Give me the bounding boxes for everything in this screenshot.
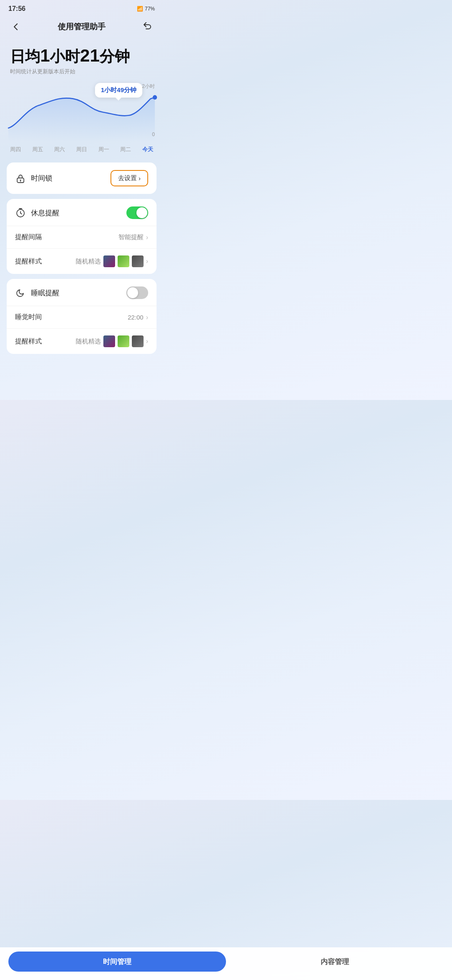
reminder-interval-row[interactable]: 提醒间隔 智能提醒 ›: [7, 226, 157, 249]
sleep-time-chevron: ›: [146, 314, 148, 321]
reminder-style-value: 随机精选 ›: [76, 255, 148, 267]
time-lock-label: 时间锁: [31, 173, 52, 183]
chart-tooltip: 1小时49分钟: [95, 83, 142, 98]
reminder-thumb-3: [132, 255, 144, 267]
time-lock-left: 时间锁: [15, 173, 52, 184]
reminder-interval-value: 智能提醒 ›: [118, 233, 148, 241]
page-title: 使用管理助手: [58, 21, 105, 32]
chart-day-sun: 周日: [76, 146, 87, 153]
sleep-style-text: 随机精选: [76, 338, 101, 346]
sleep-thumb-2: [118, 335, 129, 347]
time-lock-chevron: ›: [139, 175, 141, 182]
rest-reminder-toggle[interactable]: [126, 206, 148, 219]
chart-day-thu: 周四: [10, 146, 21, 153]
chart-day-today: 今天: [142, 146, 153, 153]
chart-day-mon: 周一: [98, 146, 109, 153]
time-lock-card: 时间锁 去设置 ›: [7, 162, 157, 194]
daily-average-section: 日均1小时21分钟 时间统计从更新版本后开始: [0, 41, 163, 79]
status-icons: 📶 77%: [137, 6, 155, 12]
chart-day-sat: 周六: [54, 146, 65, 153]
rest-reminder-left: 休息提醒: [15, 207, 59, 218]
reminder-style-text: 随机精选: [76, 258, 101, 266]
reminder-interval-chevron: ›: [146, 234, 148, 241]
sleep-thumb-1: [103, 335, 115, 347]
reminder-thumb-1: [103, 255, 115, 267]
reminder-style-label: 提醒样式: [15, 257, 42, 266]
reminder-style-row[interactable]: 提醒样式 随机精选 ›: [7, 249, 157, 274]
sleep-reminder-header: 睡眠提醒: [7, 279, 157, 306]
share-button[interactable]: [140, 19, 155, 34]
daily-average-subtitle: 时间统计从更新版本后开始: [10, 68, 153, 75]
toggle-thumb: [136, 207, 147, 218]
lock-icon: [15, 173, 26, 184]
daily-average-title: 日均1小时21分钟: [10, 45, 153, 66]
reminder-interval-text: 智能提醒: [118, 233, 144, 241]
sleep-reminder-left: 睡眠提醒: [15, 287, 59, 298]
sleep-time-row[interactable]: 睡觉时间 22:00 ›: [7, 306, 157, 329]
rest-reminder-header: 休息提醒: [7, 199, 157, 226]
cards-section: 时间锁 去设置 ›: [0, 154, 163, 362]
time-lock-action-label: 去设置: [118, 174, 137, 182]
status-bar: 17:56 📶 77%: [0, 0, 163, 15]
usage-chart: 1小时49分钟 2小时 0 周四 周五 周六 周日 周一 周二: [0, 79, 163, 154]
chart-y-labels: 2小时 0: [142, 83, 155, 137]
rest-reminder-label: 休息提醒: [31, 208, 59, 218]
chart-day-fri: 周五: [32, 146, 43, 153]
sleep-style-label: 提醒样式: [15, 337, 42, 346]
time-lock-action-button[interactable]: 去设置 ›: [110, 170, 148, 186]
signal-icon: 📶: [137, 6, 143, 12]
chart-y-top: 2小时: [142, 83, 155, 90]
reminder-interval-label: 提醒间隔: [15, 233, 42, 242]
back-button[interactable]: [8, 19, 23, 34]
sleep-style-chevron: ›: [146, 338, 148, 345]
chart-x-labels: 周四 周五 周六 周日 周一 周二 今天: [8, 143, 155, 153]
sleep-style-row[interactable]: 提醒样式 随机精选 ›: [7, 329, 157, 354]
reminder-style-chevron: ›: [146, 258, 148, 265]
moon-icon: [15, 287, 26, 298]
sleep-toggle-thumb: [127, 287, 138, 298]
sleep-thumb-3: [132, 335, 144, 347]
chart-day-tue: 周二: [120, 146, 131, 153]
time-lock-row: 时间锁 去设置 ›: [7, 162, 157, 194]
status-time: 17:56: [8, 5, 26, 13]
battery-label: 77%: [145, 6, 155, 12]
sleep-time-text: 22:00: [128, 314, 144, 321]
sleep-reminder-label: 睡眠提醒: [31, 288, 59, 298]
sleep-time-value: 22:00 ›: [128, 314, 148, 321]
rest-reminder-card: 休息提醒 提醒间隔 智能提醒 › 提醒样式 随机精选: [7, 199, 157, 274]
reminder-thumb-2: [118, 255, 129, 267]
timer-icon: [15, 207, 26, 218]
sleep-reminder-toggle[interactable]: [126, 286, 148, 299]
header: 使用管理助手: [0, 15, 163, 41]
sleep-reminder-card: 睡眠提醒 睡觉时间 22:00 › 提醒样式 随机精选: [7, 279, 157, 354]
sleep-style-value: 随机精选 ›: [76, 335, 148, 347]
sleep-time-label: 睡觉时间: [15, 313, 42, 322]
chart-y-bottom: 0: [142, 132, 155, 137]
